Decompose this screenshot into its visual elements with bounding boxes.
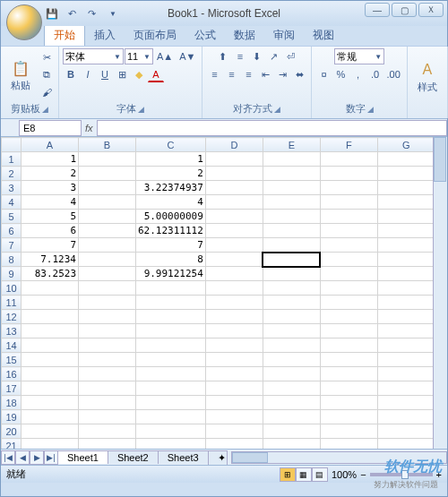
cell-B19[interactable]: [79, 410, 136, 424]
cell-F6[interactable]: [320, 224, 377, 238]
page-layout-view-button[interactable]: ▦: [296, 467, 312, 482]
currency-button[interactable]: ¤: [315, 66, 332, 82]
cell-G14[interactable]: [377, 338, 435, 353]
row-header-20[interactable]: 20: [2, 424, 22, 439]
cell-E11[interactable]: [263, 296, 320, 310]
cell-F14[interactable]: [320, 338, 377, 353]
tab-layout[interactable]: 页面布局: [125, 25, 185, 46]
row-header-19[interactable]: 19: [2, 410, 22, 424]
row-header-5[interactable]: 5: [2, 210, 22, 224]
row-header-14[interactable]: 14: [2, 338, 22, 353]
name-box[interactable]: E8: [19, 120, 82, 136]
format-painter-button[interactable]: 🖌: [39, 84, 55, 100]
row-header-4[interactable]: 4: [2, 195, 22, 210]
merge-button[interactable]: ⬌: [291, 66, 307, 82]
cell-A9[interactable]: 83.2523: [22, 267, 79, 281]
col-header-B[interactable]: B: [79, 138, 136, 152]
sheet-tab-1[interactable]: Sheet1: [57, 450, 108, 464]
sheet-tab-3[interactable]: Sheet3: [158, 450, 209, 464]
sheet-nav-next[interactable]: ▶: [30, 450, 44, 465]
cell-B20[interactable]: [79, 424, 136, 439]
cell-A2[interactable]: 2: [22, 167, 79, 181]
cell-B2[interactable]: [79, 167, 136, 181]
cell-B9[interactable]: [79, 267, 136, 281]
cell-A1[interactable]: 1: [22, 152, 79, 167]
clipboard-launcher-icon[interactable]: ◢: [42, 105, 48, 114]
cell-A7[interactable]: 7: [22, 238, 79, 253]
cell-C1[interactable]: 1: [136, 152, 206, 167]
cell-B5[interactable]: [79, 210, 136, 224]
horizontal-scrollbar[interactable]: [231, 451, 447, 464]
cell-B11[interactable]: [79, 296, 136, 310]
row-header-10[interactable]: 10: [2, 281, 22, 296]
cell-C5[interactable]: 5.00000009: [136, 210, 206, 224]
cell-A21[interactable]: [22, 439, 79, 450]
styles-button[interactable]: A 样式: [411, 51, 444, 101]
font-name-combo[interactable]: 宋体▼: [63, 48, 124, 64]
cell-C13[interactable]: [136, 324, 206, 338]
worksheet-grid[interactable]: ABCDEFG111222333.22374937444555.00000009…: [1, 137, 447, 449]
cell-F5[interactable]: [320, 210, 377, 224]
cell-C18[interactable]: [136, 396, 206, 410]
cell-C16[interactable]: [136, 367, 206, 381]
cell-A5[interactable]: 5: [22, 210, 79, 224]
cell-A18[interactable]: [22, 396, 79, 410]
cell-D12[interactable]: [205, 310, 263, 324]
cell-E8[interactable]: [263, 253, 320, 267]
tab-insert[interactable]: 插入: [85, 25, 125, 46]
cell-A19[interactable]: [22, 410, 79, 424]
cell-F10[interactable]: [320, 281, 377, 296]
align-bottom-button[interactable]: ⬇: [249, 48, 265, 64]
cell-B12[interactable]: [79, 310, 136, 324]
align-right-button[interactable]: ≡: [240, 66, 256, 82]
sheet-nav-first[interactable]: |◀: [1, 450, 15, 465]
cell-E14[interactable]: [263, 338, 320, 353]
sheet-nav-prev[interactable]: ◀: [15, 450, 30, 465]
cell-D2[interactable]: [205, 167, 263, 181]
row-header-15[interactable]: 15: [2, 353, 22, 367]
cell-D8[interactable]: [205, 253, 263, 267]
col-header-G[interactable]: G: [377, 138, 435, 152]
cell-D15[interactable]: [205, 353, 263, 367]
zoom-slider[interactable]: [370, 473, 433, 476]
formula-input[interactable]: [97, 120, 447, 136]
cell-G18[interactable]: [377, 396, 435, 410]
cell-E7[interactable]: [263, 238, 320, 253]
cell-A14[interactable]: [22, 338, 79, 353]
row-header-13[interactable]: 13: [2, 324, 22, 338]
cell-G15[interactable]: [377, 353, 435, 367]
cell-F19[interactable]: [320, 410, 377, 424]
number-launcher-icon[interactable]: ◢: [367, 105, 374, 114]
cell-G1[interactable]: [377, 152, 435, 167]
align-center-button[interactable]: ≡: [223, 66, 239, 82]
cell-C4[interactable]: 4: [136, 195, 206, 210]
fx-icon[interactable]: fx: [85, 123, 93, 133]
shrink-font-button[interactable]: A▼: [177, 48, 198, 64]
cell-A12[interactable]: [22, 310, 79, 324]
align-left-button[interactable]: ≡: [206, 66, 222, 82]
cell-B6[interactable]: [79, 224, 136, 238]
col-header-F[interactable]: F: [320, 138, 377, 152]
cell-A15[interactable]: [22, 353, 79, 367]
redo-icon[interactable]: ↷: [83, 5, 99, 21]
cell-D4[interactable]: [205, 195, 263, 210]
cell-F16[interactable]: [320, 367, 377, 381]
new-sheet-button[interactable]: ✦: [208, 450, 228, 465]
cell-B8[interactable]: [79, 253, 136, 267]
cell-D14[interactable]: [205, 338, 263, 353]
cell-E19[interactable]: [263, 410, 320, 424]
cell-B3[interactable]: [79, 181, 136, 195]
cell-C9[interactable]: 9.99121254: [136, 267, 206, 281]
cell-A20[interactable]: [22, 424, 79, 439]
cell-F11[interactable]: [320, 296, 377, 310]
cell-D11[interactable]: [205, 296, 263, 310]
cell-D20[interactable]: [205, 424, 263, 439]
cell-G19[interactable]: [377, 410, 435, 424]
cell-C12[interactable]: [136, 310, 206, 324]
underline-button[interactable]: U: [97, 66, 113, 82]
font-color-button[interactable]: A: [148, 66, 164, 82]
cell-D13[interactable]: [205, 324, 263, 338]
cell-B4[interactable]: [79, 195, 136, 210]
zoom-level[interactable]: 100%: [332, 469, 357, 480]
row-header-16[interactable]: 16: [2, 367, 22, 381]
